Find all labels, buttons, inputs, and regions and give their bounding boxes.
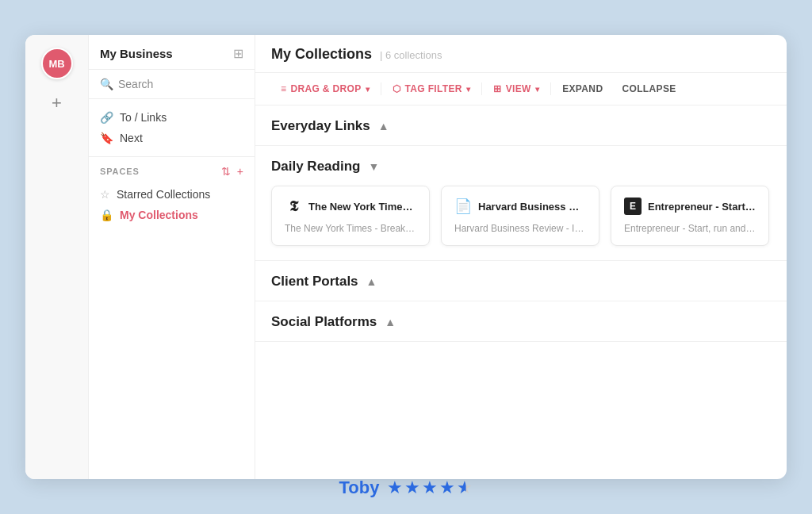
main-header: My Collections | 6 collections [255,35,787,73]
main-content: My Collections | 6 collections ≡ DRAG & … [255,35,787,479]
nav-links: 🔗 To / Links 🔖 Next [89,99,255,157]
social-platforms-caret: ▲ [385,316,396,328]
card-hbr-title-row: 📄 Harvard Business Re... [454,198,586,215]
collection-count: | 6 collections [380,49,442,61]
daily-reading-caret: ▼ [368,160,379,173]
toolbar-divider-2 [481,82,482,95]
space-item-my-collections[interactable]: 🔒 My Collections [100,205,243,225]
tag-filter-label: TAG FILTER [404,83,462,94]
star-3: ★ [422,478,438,498]
main-title-area: My Collections | 6 collections [271,46,442,63]
collapse-button[interactable]: COLLAPSE [612,79,685,98]
avatar[interactable]: MB [41,48,73,79]
card-nyt-desc: The New York Times - Breaking N... [285,223,416,234]
workspace-header: My Business ⊞ [89,35,255,70]
search-icon: 🔍 [100,78,113,90]
bookmark-icon: 🔖 [100,132,113,144]
card-entrepreneur-title-row: E Entrepreneur - Start,... [624,198,756,215]
spaces-label: SPACES [100,167,140,176]
footer-branding: Toby ★ ★ ★ ★ ★ ★ [339,478,473,498]
expand-button[interactable]: EXPAND [553,79,612,98]
collection-social-platforms: Social Platforms ▲ [255,301,787,342]
cards-row-daily-reading: 𝕿 The New York Times ... The New York Ti… [255,186,787,260]
nav-link-next-label: Next [120,132,143,144]
view-button[interactable]: ⊞ VIEW ▾ [484,79,549,98]
space-starred-label: Starred Collections [117,188,210,201]
add-button[interactable]: + [46,92,68,114]
collections-list: Everyday Links ▲ Daily Reading ▼ 𝕿 The N… [255,105,787,479]
star-4: ★ [439,478,455,498]
card-nyt-title: The New York Times ... [308,201,416,213]
card-nyt-title-row: 𝕿 The New York Times ... [285,198,416,215]
card-hbr-title: Harvard Business Re... [478,201,586,213]
drag-drop-icon: ≡ [281,83,286,94]
card-hbr-desc: Harvard Business Review - Ideas ... [454,223,586,234]
star-1: ★ [387,478,403,498]
card-entrepreneur-title: Entrepreneur - Start,... [648,201,756,213]
link-icon: 🔗 [100,111,113,124]
drag-drop-button[interactable]: ≡ DRAG & DROP ▾ [271,79,379,98]
card-entrepreneur[interactable]: E Entrepreneur - Start,... Entrepreneur … [611,186,769,246]
toolbar: ≡ DRAG & DROP ▾ ⬡ TAG FILTER ▾ ⊞ VIEW ▾ … [255,73,787,105]
everyday-links-caret: ▲ [378,120,389,132]
view-icon: ⊞ [493,83,501,94]
collection-client-portals-name: Client Portals [271,274,358,290]
tag-icon: ⬡ [393,83,400,94]
lock-icon: 🔒 [100,209,113,221]
search-label: Search [118,78,153,90]
workspace-settings-icon[interactable]: ⊞ [233,46,243,61]
hbr-icon: 📄 [454,198,472,215]
collection-daily-reading-name: Daily Reading [271,159,360,175]
collection-everyday-links-name: Everyday Links [271,118,370,134]
collapse-label: COLLAPSE [622,83,676,94]
toolbar-divider-3 [550,82,551,95]
star-2: ★ [404,478,420,498]
card-hbr[interactable]: 📄 Harvard Business Re... Harvard Busines… [441,186,599,246]
search-row[interactable]: 🔍 Search [89,70,255,99]
collection-client-portals: Client Portals ▲ [255,261,787,301]
toolbar-divider-1 [381,82,381,95]
star-icon: ☆ [100,188,110,201]
spaces-actions: ⇅ + [221,165,243,178]
view-chevron: ▾ [535,85,539,94]
card-nyt[interactable]: 𝕿 The New York Times ... The New York Ti… [271,186,430,246]
nav-link-to-links[interactable]: 🔗 To / Links [100,107,243,128]
brand-name: Toby [339,478,380,498]
stars-row: ★ ★ ★ ★ ★ ★ [387,478,473,498]
drag-drop-chevron: ▾ [366,85,370,94]
star-half: ★ ★ [457,478,473,498]
sidebar: MB + [25,35,89,479]
expand-label: EXPAND [562,83,603,94]
nav-panel: My Business ⊞ 🔍 Search 🔗 To / Links 🔖 Ne… [89,35,255,479]
collection-daily-reading: Daily Reading ▼ 𝕿 The New York Times ...… [255,146,787,261]
add-space-icon[interactable]: + [237,165,243,178]
spaces-header: SPACES ⇅ + [100,165,243,178]
space-item-starred[interactable]: ☆ Starred Collections [100,184,243,205]
space-my-collections-label: My Collections [120,209,198,221]
drag-drop-label: DRAG & DROP [290,83,361,94]
app-container: MB + My Business ⊞ 🔍 Search 🔗 To / Links… [25,35,787,479]
tag-filter-button[interactable]: ⬡ TAG FILTER ▾ [383,79,480,98]
nav-link-to-links-label: To / Links [120,111,167,124]
tag-filter-chevron: ▾ [466,85,470,94]
collection-everyday-links-header[interactable]: Everyday Links ▲ [255,105,787,145]
collection-everyday-links: Everyday Links ▲ [255,105,787,146]
nav-link-next[interactable]: 🔖 Next [100,128,243,148]
client-portals-caret: ▲ [366,275,377,288]
card-entrepreneur-desc: Entrepreneur - Start, run and gro... [624,223,756,234]
workspace-name: My Business [100,47,173,60]
sort-icon[interactable]: ⇅ [221,165,231,178]
page-title: My Collections [271,46,372,63]
collection-social-platforms-name: Social Platforms [271,314,377,330]
collection-daily-reading-header[interactable]: Daily Reading ▼ [255,146,787,186]
nyt-icon: 𝕿 [285,198,302,215]
entrepreneur-icon: E [624,198,642,215]
collection-social-platforms-header[interactable]: Social Platforms ▲ [255,301,787,341]
collection-client-portals-header[interactable]: Client Portals ▲ [255,261,787,301]
view-label: VIEW [506,83,531,94]
spaces-section: SPACES ⇅ + ☆ Starred Collections 🔒 My Co… [89,157,255,479]
